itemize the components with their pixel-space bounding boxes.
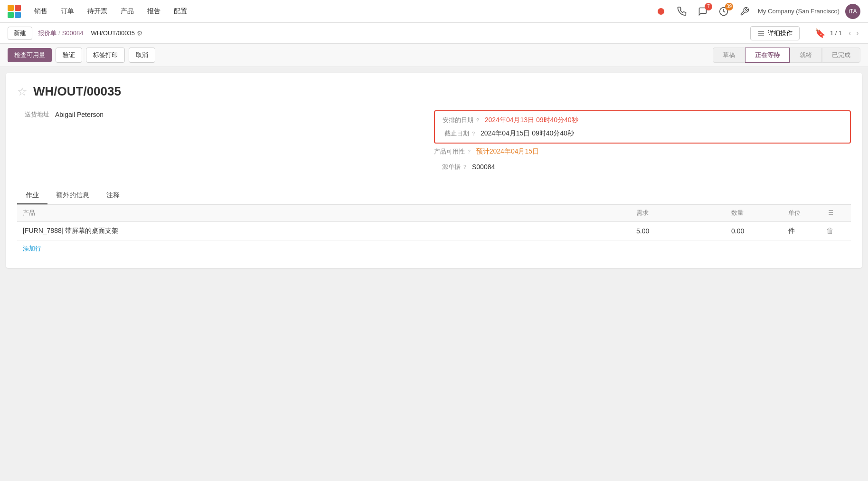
record-title: WH/OUT/00035 (33, 84, 121, 99)
tab-extra-info[interactable]: 额外的信息 (47, 187, 98, 204)
sub-nav: 新建 报价单 / S00084 WH/OUT/00035 ⚙ 详细操作 🔖 1 … (0, 23, 868, 44)
deadline-label: 截止日期 ? (443, 129, 481, 138)
action-bar: 检查可用量 验证 标签打印 取消 草稿 正在等待 就绪 已完成 (0, 44, 868, 67)
company-name: My Company (San Francisco) (758, 8, 840, 15)
check-availability-btn[interactable]: 检查可用量 (8, 48, 52, 62)
help-icon-availability[interactable]: ? (468, 149, 471, 154)
col-quantity-header: 数量 (731, 209, 788, 218)
breadcrumb-sep: / (58, 29, 60, 37)
step-draft[interactable]: 草稿 (713, 48, 745, 63)
chat-icon-btn[interactable]: 7 (695, 4, 710, 19)
menu-icon (757, 29, 765, 37)
tab-operations[interactable]: 作业 (17, 187, 47, 204)
nav-reports[interactable]: 报告 (142, 4, 166, 19)
record-card: ☆ WH/OUT/00035 送货地址 Abigail Peterson 安排的… (6, 73, 862, 268)
pagination: 🔖 1 / 1 ‹ › (815, 28, 860, 38)
gear-icon[interactable]: ⚙ (137, 29, 143, 37)
fields-left: 送货地址 Abigail Peterson (17, 110, 434, 178)
scheduled-date-value: 2024年04月13日 09时40分40秒 (485, 116, 578, 125)
help-icon-scheduled[interactable]: ? (476, 117, 479, 123)
wh-number: WH/OUT/00035 (91, 29, 134, 37)
svg-rect-0 (8, 5, 14, 11)
status-dot-btn[interactable] (653, 4, 669, 19)
col-unit-header: 单位 (788, 209, 826, 218)
nav-orders[interactable]: 订单 (55, 4, 80, 19)
phone-icon-btn[interactable] (674, 4, 689, 19)
breadcrumb-sub: WH/OUT/00035 ⚙ (91, 29, 142, 37)
prev-page-btn[interactable]: ‹ (847, 29, 852, 38)
cancel-btn[interactable]: 取消 (129, 48, 155, 63)
row-product[interactable]: [FURN_7888] 带屏幕的桌面支架 (23, 227, 636, 235)
scheduled-date-label: 安排的日期 ? (443, 116, 485, 125)
svg-rect-1 (15, 5, 21, 11)
chat-badge: 7 (705, 3, 712, 10)
availability-row: 产品可用性 ? 预计2024年04月15日 (434, 147, 851, 156)
delivery-address-label: 送货地址 (17, 110, 55, 119)
nav-pending-invoice[interactable]: 待开票 (82, 4, 113, 19)
source-doc-row: 源单据 ? S00084 (434, 163, 851, 171)
step-ready[interactable]: 就绪 (790, 48, 822, 63)
tabs: 作业 额外的信息 注释 (17, 187, 851, 205)
record-title-row: ☆ WH/OUT/00035 (17, 84, 851, 99)
table-header: 产品 需求 数量 单位 (17, 205, 851, 222)
filter-icon[interactable] (826, 209, 834, 216)
next-page-btn[interactable]: › (855, 29, 860, 38)
col-actions-header (826, 209, 845, 218)
source-doc-label: 源单据 ? (434, 163, 472, 171)
table-row: [FURN_7888] 带屏幕的桌面支架 5.00 0.00 件 🗑 (17, 222, 851, 240)
highlight-box: 安排的日期 ? 2024年04月13日 09时40分40秒 截止日期 ? 202… (434, 110, 851, 144)
col-demand-header: 需求 (636, 209, 731, 218)
nav-right: 7 39 My Company (San Francisco) iTA (653, 4, 860, 19)
clock-icon-btn[interactable]: 39 (716, 4, 731, 19)
help-icon-deadline[interactable]: ? (472, 131, 475, 136)
row-quantity: 0.00 (731, 227, 788, 235)
main-content: ☆ WH/OUT/00035 送货地址 Abigail Peterson 安排的… (0, 67, 868, 481)
print-label-btn[interactable]: 标签打印 (86, 48, 125, 63)
bookmark-icon[interactable]: 🔖 (815, 28, 825, 38)
availability-label: 产品可用性 ? (434, 147, 476, 156)
source-doc-value: S00084 (472, 163, 495, 171)
svg-rect-2 (8, 12, 14, 18)
top-nav: 销售 订单 待开票 产品 报告 配置 7 39 (0, 0, 868, 23)
scheduled-date-row: 安排的日期 ? 2024年04月13日 09时40分40秒 (443, 116, 842, 125)
delivery-address-row: 送货地址 Abigail Peterson (17, 110, 434, 119)
availability-value: 预计2024年04月15日 (476, 147, 539, 156)
deadline-row: 截止日期 ? 2024年04月15日 09时40分40秒 (443, 129, 842, 138)
tab-notes[interactable]: 注释 (98, 187, 128, 204)
deadline-value: 2024年04月15日 09时40分40秒 (481, 129, 574, 138)
nav-config[interactable]: 配置 (168, 4, 193, 19)
nav-sales[interactable]: 销售 (28, 4, 53, 19)
table-section: 产品 需求 数量 单位 [FURN_7888] 带屏幕的桌面支架 5.00 0.… (17, 205, 851, 257)
clock-badge: 39 (725, 3, 733, 10)
breadcrumb: 报价单 / S00084 (38, 29, 83, 38)
page-info: 1 / 1 (830, 29, 842, 37)
status-steps: 草稿 正在等待 就绪 已完成 (713, 48, 860, 63)
avatar[interactable]: iTA (845, 4, 860, 19)
delivery-address-value: Abigail Peterson (55, 111, 104, 118)
app-logo (8, 5, 21, 18)
nav-products[interactable]: 产品 (115, 4, 140, 19)
delete-row-icon[interactable]: 🗑 (826, 227, 845, 235)
fields-row: 送货地址 Abigail Peterson 安排的日期 ? 2024年04月13… (17, 110, 851, 178)
help-icon-source[interactable]: ? (463, 164, 466, 170)
col-product-header: 产品 (23, 209, 636, 218)
svg-rect-3 (15, 12, 21, 18)
wrench-icon-btn[interactable] (737, 4, 752, 19)
fields-right: 安排的日期 ? 2024年04月13日 09时40分40秒 截止日期 ? 202… (434, 110, 851, 178)
star-icon[interactable]: ☆ (17, 85, 28, 98)
verify-btn[interactable]: 验证 (56, 48, 82, 63)
breadcrumb-s-number[interactable]: S00084 (62, 29, 84, 37)
detail-ops-label: 详细操作 (768, 29, 793, 38)
svg-point-4 (658, 8, 664, 15)
detail-ops-button[interactable]: 详细操作 (750, 26, 800, 40)
step-done[interactable]: 已完成 (822, 48, 860, 63)
step-waiting[interactable]: 正在等待 (745, 48, 790, 63)
new-button[interactable]: 新建 (8, 27, 32, 40)
row-unit: 件 (788, 227, 826, 235)
row-demand: 5.00 (636, 227, 731, 235)
breadcrumb-parent[interactable]: 报价单 (38, 29, 57, 38)
nav-items: 销售 订单 待开票 产品 报告 配置 (28, 4, 650, 19)
add-row-btn[interactable]: 添加行 (17, 240, 47, 257)
